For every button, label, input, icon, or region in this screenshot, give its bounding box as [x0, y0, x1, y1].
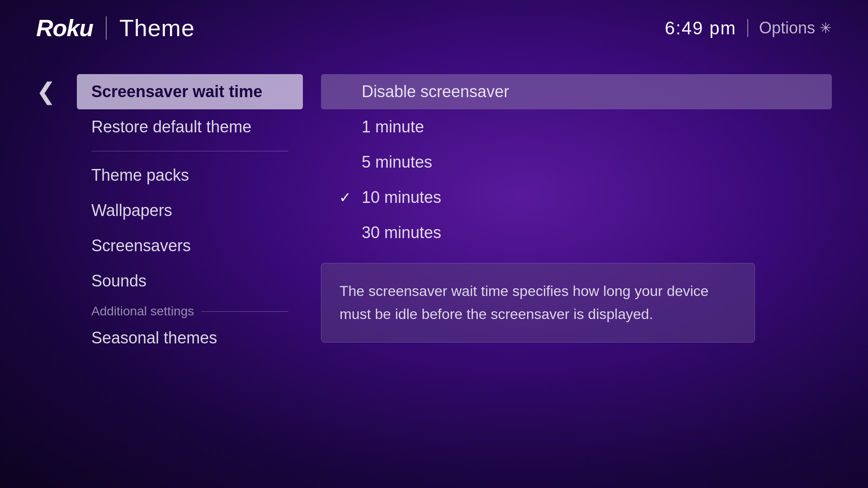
menu-divider-1 [91, 151, 288, 151]
right-panel: Disable screensaver 1 minute 5 minutes ✓… [321, 74, 832, 343]
sidebar-item-theme-packs[interactable]: Theme packs [77, 158, 303, 193]
options-button[interactable]: Options ✳ [759, 19, 832, 38]
left-panel: Screensaver wait time Restore default th… [77, 74, 303, 356]
sidebar-item-wallpapers[interactable]: Wallpapers [77, 193, 303, 228]
additional-settings-label: Additional settings [77, 299, 303, 320]
option-5-minutes[interactable]: 5 minutes [321, 145, 832, 180]
clock: 6:49 pm [665, 18, 736, 38]
back-button[interactable]: ❮ [36, 78, 59, 105]
sidebar-item-screensavers[interactable]: Screensavers [77, 228, 303, 263]
checkmark-icon: ✓ [339, 189, 353, 206]
option-disable-screensaver[interactable]: Disable screensaver [321, 74, 832, 109]
sidebar-item-sounds[interactable]: Sounds [77, 263, 303, 299]
header-divider [106, 16, 107, 40]
option-30-minutes[interactable]: 30 minutes [321, 215, 832, 250]
header-right: 6:49 pm Options ✳ [665, 18, 832, 38]
section-label-line [201, 311, 288, 312]
option-10-minutes[interactable]: ✓ 10 minutes [321, 180, 832, 215]
main-content: ❮ Screensaver wait time Restore default … [0, 56, 868, 356]
sidebar-item-screensaver-wait-time[interactable]: Screensaver wait time [77, 74, 303, 109]
options-label: Options [759, 19, 815, 38]
header-right-divider [747, 19, 748, 37]
header: Roku Theme 6:49 pm Options ✳ [0, 0, 868, 56]
option-1-minute[interactable]: 1 minute [321, 109, 832, 145]
sidebar-item-seasonal-themes[interactable]: Seasonal themes [77, 320, 303, 356]
roku-logo: Roku [36, 14, 93, 42]
header-left: Roku Theme [36, 14, 195, 42]
page-title: Theme [119, 14, 195, 42]
info-box: The screensaver wait time specifies how … [321, 263, 755, 343]
sidebar-item-restore-default-theme[interactable]: Restore default theme [77, 109, 303, 145]
options-icon: ✳ [820, 19, 832, 37]
